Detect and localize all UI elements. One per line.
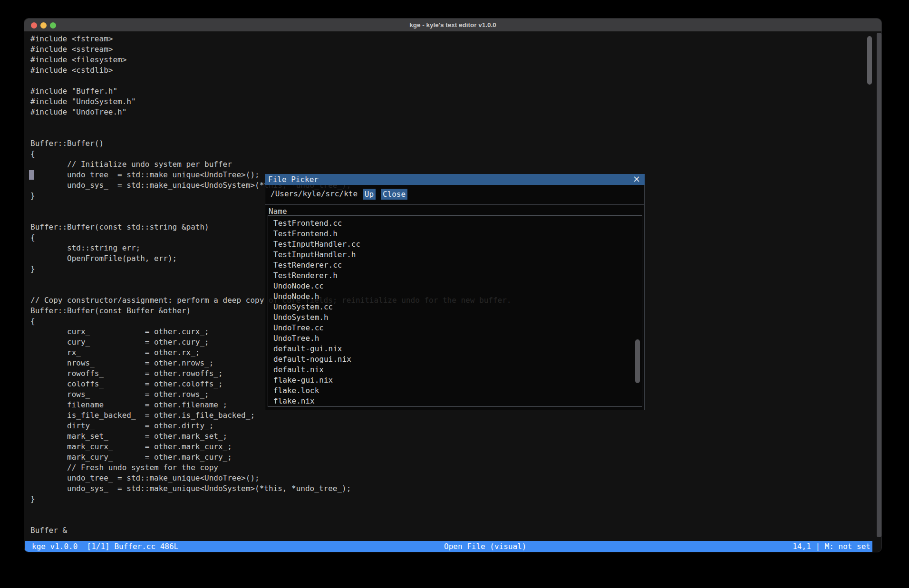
close-button[interactable]: Close bbox=[381, 189, 407, 200]
text-cursor bbox=[29, 170, 34, 180]
window-title: kge - kyle's text editor v1.0.0 bbox=[24, 19, 881, 31]
file-list-scrollbar-thumb[interactable] bbox=[635, 339, 640, 383]
file-picker-titlebar[interactable]: File Picker × bbox=[265, 174, 645, 185]
file-row[interactable]: UndoNode.cc bbox=[268, 281, 642, 291]
file-row[interactable]: flake.lock bbox=[268, 386, 642, 396]
file-row[interactable]: UndoTree.h bbox=[268, 333, 642, 344]
status-bar: kge v1.0.0 [1/1] Buffer.cc 486L Open Fil… bbox=[25, 541, 872, 552]
close-icon[interactable]: × bbox=[632, 174, 641, 184]
file-row[interactable]: default.nix bbox=[268, 365, 642, 375]
file-row[interactable]: TestFrontend.h bbox=[268, 229, 642, 239]
file-row[interactable]: UndoSystem.cc bbox=[268, 302, 642, 312]
file-row[interactable]: flake.nix bbox=[268, 396, 642, 406]
editor-scrollbar-thumb[interactable] bbox=[867, 36, 872, 85]
file-row[interactable]: UndoNode.h bbox=[268, 291, 642, 302]
file-row[interactable]: TestRenderer.cc bbox=[268, 260, 642, 270]
up-button[interactable]: Up bbox=[363, 189, 376, 200]
file-picker-title: File Picker bbox=[268, 175, 319, 184]
status-version-file: kge v1.0.0 [1/1] Buffer.cc 486L bbox=[32, 541, 178, 552]
file-row[interactable]: TestInputHandler.cc bbox=[268, 239, 642, 250]
editor-scrollbar-track[interactable] bbox=[877, 33, 881, 537]
status-mode: Open File (visual) bbox=[444, 541, 526, 552]
file-list: TestFrontend.ccTestFrontend.hTestInputHa… bbox=[268, 215, 642, 407]
file-row[interactable]: TestInputHandler.h bbox=[268, 250, 642, 260]
file-row[interactable]: default-nogui.nix bbox=[268, 354, 642, 365]
file-row[interactable]: UndoTree.cc bbox=[268, 323, 642, 333]
file-row[interactable]: TestFrontend.cc bbox=[268, 218, 642, 229]
separator bbox=[265, 204, 644, 205]
current-path: /Users/kyle/src/kte bbox=[271, 189, 358, 199]
file-picker-dialog: File Picker × /Users/kyle/src/kte Up Clo… bbox=[265, 174, 645, 410]
file-row[interactable]: UndoSystem.h bbox=[268, 312, 642, 323]
file-row[interactable]: flake-gui.nix bbox=[268, 375, 642, 386]
window-titlebar[interactable]: kge - kyle's text editor v1.0.0 bbox=[24, 19, 881, 31]
file-row[interactable]: default-gui.nix bbox=[268, 344, 642, 354]
status-cursor-position: 14,1 | M: not set bbox=[793, 541, 870, 552]
file-row[interactable]: TestRenderer.h bbox=[268, 270, 642, 281]
